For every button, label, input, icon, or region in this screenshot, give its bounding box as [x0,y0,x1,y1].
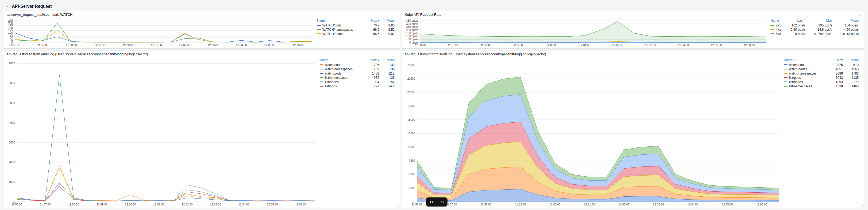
panel-menu-icon[interactable]: ⋮ [856,12,862,16]
series-name-link[interactable]: watch/namespaces [325,67,352,71]
chart-history-controls: ↺ ↻ [426,198,447,207]
series-color-swatch [317,33,321,34]
svg-text:12:01:00: 12:01:00 [584,203,595,206]
legend-column-header[interactable]: Mean [380,19,396,23]
legend-column-header[interactable]: Max [807,19,833,23]
legend-value: 24.4 [380,84,396,89]
series-name-link[interactable]: watch/pods [789,63,805,67]
svg-text:7500: 7500 [409,159,415,162]
legend-column-header[interactable]: Last * [784,19,807,23]
panel-body: 350 ops/s300 ops/s250 ops/s200 ops/s150 … [402,18,864,48]
panel-kube-api-request-rate: Kube API Request Rate ⋮ 350 ops/s300 ops… [402,11,864,48]
svg-text:11:59:00: 11:59:00 [515,203,526,206]
legend-value: 5689 [829,71,844,76]
series-name-link[interactable]: 2xx [776,24,781,27]
svg-text:5000: 5000 [9,101,15,104]
series-name-link[interactable]: list/pods [325,84,337,88]
series-name-link[interactable]: 5xx [776,32,781,36]
series-color-swatch [320,69,323,69]
legend-column-header[interactable]: Name ▾ [784,58,829,63]
svg-text:12500: 12500 [407,132,415,135]
time-series-chart[interactable]: 225200175150125100755025011:56:0011:57:0… [5,18,315,47]
legend-column-header[interactable]: Name [317,19,365,23]
series-name-link[interactable]: WATCH/pods [322,24,342,27]
legend-value: 968 [364,76,380,80]
svg-text:25000: 25000 [407,63,415,67]
series-color-swatch [320,64,323,65]
svg-text:11:59:00: 11:59:00 [514,43,524,47]
series-color-swatch [320,73,323,74]
series-name-link[interactable]: watch/nodes [789,67,807,71]
legend-row: watch/pods2325610 [784,63,860,67]
legend-column-header[interactable]: Max ▾ [364,58,380,63]
time-series-chart[interactable]: 7000600050004000300020001000011:56:0011:… [5,58,318,207]
panel-body: 2500022500200001750015000125001000075005… [402,58,864,208]
svg-text:12:00:00: 12:00:00 [125,203,136,206]
legend-value: 9.52 [380,28,396,32]
redo-zoom-button[interactable]: ↻ [437,198,447,207]
series-name-link[interactable]: watch/nodes [325,63,343,67]
svg-text:150 ops/s: 150 ops/s [406,32,418,35]
legend-column-header[interactable]: Mean [380,58,396,63]
series-name-link[interactable]: watch/pods [325,72,341,75]
series-name-link[interactable]: list/pods [789,76,801,80]
legend-value: 66.5 [365,28,380,32]
series-name-link[interactable]: WATCH/namespaces [322,28,353,32]
panel-header[interactable]: api-requests/sec from audit.log (User: s… [4,50,400,58]
series-name-link[interactable]: WATCH/nodes [322,32,343,36]
legend-row: list/namespaces968135 [320,76,396,80]
legend-value: 14.6 ops/s [807,28,833,32]
series-name-link[interactable]: list/namespaces [325,76,348,80]
legend-value: 0.0113 ops/s [833,32,860,36]
legend-value: 1468 [844,84,860,89]
panel-header[interactable]: api-requests/min from audit.log (User: s… [402,50,864,58]
series-name-link[interactable]: watch/namespaces [789,72,817,75]
svg-text:300 ops/s: 300 ops/s [406,22,418,25]
legend-column-header[interactable]: Mean [833,19,860,23]
time-series-chart[interactable]: 2500022500200001750015000125001000075005… [403,58,782,207]
series-color-swatch [784,86,787,86]
svg-text:12:04:00: 12:04:00 [678,43,689,47]
panel-apiserver-request-total: apiserver_request_total/sec - verb WATCH… [4,11,400,48]
svg-text:12:01:00: 12:01:00 [151,43,162,47]
series-color-swatch [320,77,323,78]
series-name-link[interactable]: list/nodes [325,80,339,84]
legend-column-header[interactable]: Name [320,58,364,63]
svg-text:12:06:00: 12:06:00 [744,43,755,47]
panel-title: Kube API Request Rate [405,12,441,16]
chevron-down-icon [6,5,9,8]
time-series-chart[interactable]: 350 ops/s300 ops/s250 ops/s200 ops/s150 … [403,18,769,47]
legend-row: list/pods30431135 [784,76,860,80]
svg-text:12:02:00: 12:02:00 [618,203,629,206]
panel-header[interactable]: apiserver_request_total/sec - verb WATCH [4,11,400,18]
series-name-link[interactable]: list/nodes [789,80,803,84]
chart-legend: NameLast *MaxMean2xx102 ops/s335 ops/s10… [769,18,862,47]
svg-text:350 ops/s: 350 ops/s [406,19,418,22]
svg-text:11:58:00: 11:58:00 [480,43,491,47]
series-name-link[interactable]: list/namespaces [789,84,812,88]
legend-column-header[interactable]: Max [829,58,844,63]
legend-column-header[interactable]: Max ▾ [365,19,380,23]
svg-text:10000: 10000 [407,145,415,148]
legend-value: 934 [364,80,380,84]
legend-row: WATCH/nodes66.59.07 [317,32,396,36]
series-color-swatch [784,73,787,74]
legend-value: 0 ops/s [784,32,807,36]
undo-zoom-button[interactable]: ↺ [426,198,437,207]
series-name-link[interactable]: 4xx [776,28,781,32]
legend-row: WATCH/pods70.79.80 [317,23,396,28]
svg-text:11:57:00: 11:57:00 [448,43,459,47]
series-color-swatch [770,25,774,26]
section-title: API-Server Request [12,4,52,9]
legend-value: 610 [844,63,860,67]
legend-value: 1780 [844,71,860,76]
legend-value: 335 ops/s [807,23,833,28]
legend-value: 2325 [829,63,844,67]
legend-column-header[interactable]: Name [770,19,784,23]
panel-header[interactable]: Kube API Request Rate ⋮ [402,11,864,18]
section-row-header[interactable]: API-Server Request [4,2,864,11]
svg-text:11:59:00: 11:59:00 [97,203,107,206]
svg-text:12:01:00: 12:01:00 [579,43,590,47]
legend-value: 1795 [364,63,380,67]
legend-column-header[interactable]: Mean [844,58,860,63]
